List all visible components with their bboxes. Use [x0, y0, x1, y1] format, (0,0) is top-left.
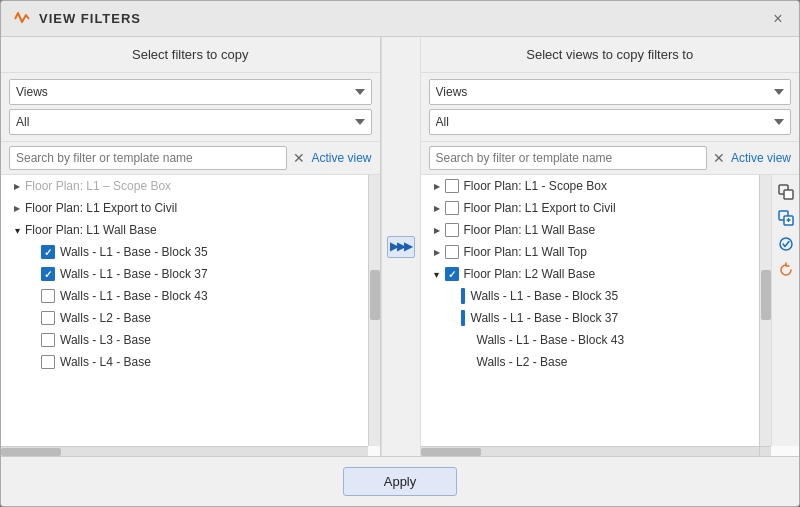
check-icon-button[interactable] [775, 233, 797, 255]
tree-checkbox[interactable] [41, 267, 55, 281]
tree-row[interactable]: Walls - L1 - Base - Block 35 [1, 241, 380, 263]
right-clear-button[interactable]: ✕ [711, 150, 727, 166]
tree-checkbox[interactable] [41, 289, 55, 303]
left-clear-button[interactable]: ✕ [291, 150, 307, 166]
close-button[interactable]: × [769, 10, 787, 28]
right-scrollbar-v[interactable] [759, 175, 771, 446]
tree-row[interactable]: ▶ Floor Plan: L1 - Scope Box [421, 175, 772, 197]
tree-checkbox[interactable] [445, 201, 459, 215]
tree-checkbox[interactable] [445, 179, 459, 193]
tree-item-label: Walls - L1 - Base - Block 35 [471, 289, 764, 303]
right-tree-area: ▶ Floor Plan: L1 - Scope Box ▶ Floor Pla… [421, 175, 772, 446]
tree-row[interactable]: ▶ Floor Plan: L1 Export to Civil [421, 197, 772, 219]
tree-item-label: Walls - L4 - Base [60, 355, 372, 369]
tree-item-label: Floor Plan: L2 Wall Base [464, 267, 764, 281]
left-panel: Select filters to copy Views All ✕ Activ… [1, 37, 381, 456]
tree-item-label: Walls - L2 - Base [477, 355, 764, 369]
tree-row[interactable]: Walls - L4 - Base [1, 351, 380, 373]
refresh-icon-button[interactable] [775, 259, 797, 281]
add-icon-button[interactable] [775, 207, 797, 229]
left-panel-controls: Views All [1, 73, 380, 142]
tree-checkbox[interactable] [445, 223, 459, 237]
dialog-title: VIEW FILTERS [39, 11, 761, 26]
view-filters-dialog: VIEW FILTERS × Select filters to copy Vi… [0, 0, 800, 507]
tree-checkbox[interactable] [41, 311, 55, 325]
expand-icon: ▶ [429, 182, 445, 191]
left-scrollbar-v[interactable] [368, 175, 380, 446]
tree-row[interactable]: ▶ Floor Plan: L1 Export to Civil [1, 197, 380, 219]
scrollbar-corner [759, 447, 771, 456]
right-search-row: ✕ Active view [421, 142, 800, 175]
tree-item-label: Floor Plan: L1 Export to Civil [25, 201, 372, 215]
expand-icon: ▾ [429, 269, 445, 280]
tree-checkbox[interactable] [41, 355, 55, 369]
right-panel-controls: Views All [421, 73, 800, 142]
tree-row[interactable]: Walls - L2 - Base [421, 351, 772, 373]
tree-item-label: Walls - L1 - Base - Block 43 [60, 289, 372, 303]
right-active-view-link[interactable]: Active view [731, 151, 791, 165]
left-search-input[interactable] [9, 146, 287, 170]
tree-item-label: Walls - L1 - Base - Block 35 [60, 245, 372, 259]
app-icon [13, 10, 31, 28]
copy-to-icon-button[interactable] [775, 181, 797, 203]
tree-item-label: Walls - L1 - Base - Block 37 [471, 311, 764, 325]
tree-item-label: Walls - L1 - Base - Block 37 [60, 267, 372, 281]
content-area: Select filters to copy Views All ✕ Activ… [1, 37, 799, 456]
tree-row[interactable]: ▶ Floor Plan: L1 Wall Base [421, 219, 772, 241]
right-search-input[interactable] [429, 146, 707, 170]
svg-rect-1 [784, 190, 793, 199]
expand-icon: ▶ [9, 204, 25, 213]
tree-row[interactable]: Walls - L1 - Base - Block 37 [421, 307, 772, 329]
title-bar: VIEW FILTERS × [1, 1, 799, 37]
tree-item-label: Walls - L3 - Base [60, 333, 372, 347]
expand-icon: ▶ [429, 248, 445, 257]
left-active-view-link[interactable]: Active view [311, 151, 371, 165]
right-scrollbar-thumb [761, 270, 771, 320]
right-all-dropdown[interactable]: All [429, 109, 792, 135]
left-scrollbar-thumb [370, 270, 380, 320]
tree-checkbox[interactable] [41, 333, 55, 347]
left-scrollbar-h-thumb [1, 448, 61, 456]
filter-bar-blue [461, 288, 465, 304]
tree-item-label: Floor Plan: L1 Wall Base [464, 223, 764, 237]
tree-checkbox[interactable] [41, 245, 55, 259]
svg-point-6 [780, 238, 792, 250]
left-scrollbar-h[interactable] [1, 446, 368, 456]
tree-item-label: Floor Plan: L1 Wall Top [464, 245, 764, 259]
filter-bar-blue [461, 310, 465, 326]
expand-icon: ▶ [429, 226, 445, 235]
right-icons-panel [771, 175, 799, 446]
tree-item-label: Floor Plan: L1 Export to Civil [464, 201, 764, 215]
tree-item-label: Floor Plan: L1 – Scope Box [25, 179, 372, 193]
left-all-dropdown[interactable]: All [9, 109, 372, 135]
tree-item-label: Walls - L2 - Base [60, 311, 372, 325]
left-search-row: ✕ Active view [1, 142, 380, 175]
tree-item-label: Floor Plan: L1 - Scope Box [464, 179, 764, 193]
tree-row[interactable]: ▶ Floor Plan: L1 – Scope Box [1, 175, 380, 197]
tree-row[interactable]: Walls - L3 - Base [1, 329, 380, 351]
right-panel-body: ▶ Floor Plan: L1 - Scope Box ▶ Floor Pla… [421, 175, 800, 446]
right-scrollbar-h[interactable] [421, 446, 772, 456]
right-panel: Select views to copy filters to Views Al… [421, 37, 800, 456]
tree-row[interactable]: Walls - L1 - Base - Block 43 [421, 329, 772, 351]
tree-row[interactable]: Walls - L1 - Base - Block 35 [421, 285, 772, 307]
right-views-dropdown[interactable]: Views [429, 79, 792, 105]
copy-arrows: ▶▶▶ [381, 37, 421, 456]
tree-row[interactable]: ▶ Floor Plan: L1 Wall Top [421, 241, 772, 263]
right-panel-header: Select views to copy filters to [421, 37, 800, 73]
copy-button[interactable]: ▶▶▶ [387, 236, 415, 258]
left-views-dropdown[interactable]: Views [9, 79, 372, 105]
tree-item-label: Walls - L1 - Base - Block 43 [477, 333, 764, 347]
tree-checkbox[interactable] [445, 245, 459, 259]
expand-icon: ▶ [429, 204, 445, 213]
tree-item-label: Floor Plan: L1 Wall Base [25, 223, 372, 237]
apply-button[interactable]: Apply [343, 467, 458, 496]
tree-row[interactable]: ▾ Floor Plan: L1 Wall Base [1, 219, 380, 241]
tree-row[interactable]: Walls - L2 - Base [1, 307, 380, 329]
tree-checkbox[interactable] [445, 267, 459, 281]
expand-icon: ▾ [9, 225, 25, 236]
tree-row[interactable]: Walls - L1 - Base - Block 37 [1, 263, 380, 285]
tree-row[interactable]: Walls - L1 - Base - Block 43 [1, 285, 380, 307]
tree-row[interactable]: ▾ Floor Plan: L2 Wall Base [421, 263, 772, 285]
left-panel-header: Select filters to copy [1, 37, 380, 73]
